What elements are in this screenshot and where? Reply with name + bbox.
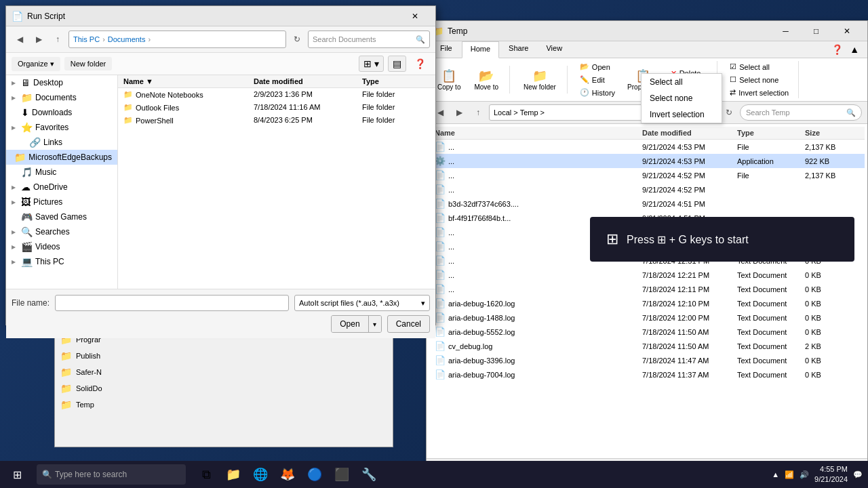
file-list-header: Name Date modified Type Size xyxy=(429,127,865,140)
open-button[interactable]: 📂 Open xyxy=(576,61,619,73)
dialog-forward-button[interactable]: ▶ xyxy=(31,31,47,47)
table-row[interactable]: ⚙️... 9/21/2024 4:53 PMApplication922 KB xyxy=(429,154,865,168)
temp-file-list[interactable]: Name Date modified Type Size 📄... 9/21/2… xyxy=(427,124,867,458)
sidebar-item-searches[interactable]: ▶ 🔍 Searches xyxy=(6,224,117,239)
ribbon-group-organize: 📋 Copy to 📂 Move to xyxy=(432,66,510,94)
task-view-icon[interactable]: ⧉ xyxy=(194,461,218,488)
sidebar-item-saved-games[interactable]: 🎮 Saved Games xyxy=(6,209,117,224)
table-row[interactable]: 📄... 7/18/2024 12:21 PMText Document0 KB xyxy=(429,268,865,282)
sidebar-item-downloads[interactable]: ⬇ Downloads xyxy=(6,105,117,120)
tab-file[interactable]: File xyxy=(432,41,460,58)
sidebar-item-favorites[interactable]: ▶ ⭐ Favorites xyxy=(6,120,117,135)
sidebar-item-onedrive[interactable]: ▶ ☁ OneDrive xyxy=(6,180,117,195)
invert-selection-menu-item[interactable]: Invert selection xyxy=(642,106,722,123)
table-row[interactable]: 📄... 9/21/2024 4:53 PMFile2,137 KB xyxy=(429,140,865,154)
open-icon: 📂 xyxy=(580,62,589,71)
dialog-close-button[interactable]: ✕ xyxy=(399,6,430,26)
sidebar-item-pictures[interactable]: ▶ 🖼 Pictures xyxy=(6,195,117,209)
sidebar-item-this-pc[interactable]: ▶ 💻 This PC xyxy=(6,254,117,269)
dialog-file-list[interactable]: Name ▼ Date modified Type 📁OneNote Noteb… xyxy=(118,75,435,289)
folder-icon: 📁 xyxy=(60,383,72,394)
table-row[interactable]: 📄aria-debug-1488.log 7/18/2024 12:00 PMT… xyxy=(429,310,865,325)
list-item[interactable]: 📁OneNote Notebooks 2/9/2023 1:36 PM File… xyxy=(118,88,435,101)
table-row[interactable]: 📄aria-debug-3396.log 7/18/2024 11:47 AMT… xyxy=(429,353,865,367)
temp-search-box[interactable]: Search Temp 🔍 xyxy=(740,104,862,121)
bg-folder-soliddo[interactable]: 📁 SolidDo xyxy=(55,380,393,396)
table-row[interactable]: 📄b3d-32df7374c663.... 9/21/2024 4:51 PM xyxy=(429,197,865,211)
tab-share[interactable]: Share xyxy=(500,41,536,58)
taskbar-search-box[interactable]: 🔍 Type here to search xyxy=(37,464,186,485)
select-none-button[interactable]: ☐ Select none xyxy=(726,74,783,85)
firefox-icon[interactable]: 🦊 xyxy=(275,461,300,488)
autoit-icon[interactable]: 🔧 xyxy=(357,461,381,488)
sidebar-item-documents[interactable]: ▶ 📁 Documents xyxy=(6,90,117,105)
dialog-back-button[interactable]: ◀ xyxy=(12,31,28,47)
start-button[interactable]: ⊞ xyxy=(0,461,34,488)
tab-home[interactable]: Home xyxy=(462,41,499,58)
list-item[interactable]: 📁Outlook Files 7/18/2024 11:16 AM File f… xyxy=(118,101,435,114)
dialog-search-box[interactable]: Search Documents 🔍 xyxy=(308,30,430,48)
select-all-button[interactable]: ☑ Select all xyxy=(726,61,774,73)
refresh-button[interactable]: ↻ xyxy=(721,104,737,121)
filename-input[interactable] xyxy=(55,295,289,311)
table-row[interactable]: 📄aria-debug-5552.log 7/18/2024 11:50 AMT… xyxy=(429,325,865,339)
table-row[interactable]: 📄cv_debug.log 7/18/2024 11:50 AMText Doc… xyxy=(429,339,865,353)
terminal-icon[interactable]: ⬛ xyxy=(330,461,354,488)
expand-ribbon-icon[interactable]: ▲ xyxy=(847,41,862,58)
taskbar-clock[interactable]: 4:55 PM 9/21/2024 xyxy=(814,464,848,485)
nav-forward-button[interactable]: ▶ xyxy=(451,104,467,121)
new-folder-button[interactable]: 📁 New folder xyxy=(518,66,561,94)
edit-button[interactable]: ✏️ Edit xyxy=(576,74,619,85)
filetype-dropdown[interactable]: AutoIt script files (*.au3, *.a3x) ▾ xyxy=(294,295,430,311)
ribbon-group-new: 📁 New folder xyxy=(518,66,568,94)
chrome-icon[interactable]: 🔵 xyxy=(302,461,327,488)
dialog-refresh-button[interactable]: ↻ xyxy=(289,31,305,47)
tab-view[interactable]: View xyxy=(538,41,570,58)
history-button[interactable]: 🕐 History xyxy=(576,87,619,98)
dialog-breadcrumb[interactable]: This PC › Documents › xyxy=(68,30,286,48)
close-button[interactable]: ✕ xyxy=(831,21,862,41)
taskbar-pinned-icons: ⧉ 📁 🌐 🦊 🔵 ⬛ 🔧 xyxy=(194,461,381,488)
dialog-new-folder-button[interactable]: New folder xyxy=(64,57,113,70)
copy-to-button[interactable]: 📋 Copy to xyxy=(432,66,466,94)
bg-folder-temp[interactable]: 📁 Temp xyxy=(55,396,393,413)
dialog-window-controls: ✕ xyxy=(399,6,430,26)
open-dropdown-arrow[interactable]: ▾ xyxy=(369,316,381,332)
nav-up-button[interactable]: ↑ xyxy=(470,104,486,121)
bg-folder-publish[interactable]: 📁 Publish xyxy=(55,348,393,364)
table-row[interactable]: 📄... 9/21/2024 4:52 PM xyxy=(429,182,865,197)
filename-label: File name: xyxy=(12,298,50,308)
maximize-button[interactable]: □ xyxy=(801,21,831,41)
help-icon[interactable]: ❓ xyxy=(410,56,430,71)
list-item[interactable]: 📁PowerShell 8/4/2023 6:25 PM File folder xyxy=(118,114,435,127)
edge-icon[interactable]: 🌐 xyxy=(248,461,273,488)
open-main-button[interactable]: Open xyxy=(332,316,368,332)
volume-icon[interactable]: 🔊 xyxy=(800,470,809,479)
select-none-menu-item[interactable]: Select none xyxy=(642,90,722,106)
help-icon[interactable]: ❓ xyxy=(829,41,846,58)
dialog-up-button[interactable]: ↑ xyxy=(50,31,66,47)
cancel-button[interactable]: Cancel xyxy=(387,315,430,333)
preview-pane-icon[interactable]: ▤ xyxy=(388,56,406,72)
bg-folder-safer[interactable]: 📁 Safer-N xyxy=(55,364,393,380)
invert-selection-button[interactable]: ⇄ Invert selection xyxy=(726,87,793,98)
sidebar-item-desktop[interactable]: ▶ 🖥 Desktop xyxy=(6,75,117,90)
table-row[interactable]: 📄... 7/18/2024 12:11 PMText Document0 KB xyxy=(429,282,865,296)
open-button-group[interactable]: Open ▾ xyxy=(331,315,381,333)
sidebar-item-videos[interactable]: ▶ 🎬 Videos xyxy=(6,239,117,254)
notification-icon[interactable]: 💬 xyxy=(853,470,863,479)
minimize-button[interactable]: ─ xyxy=(770,21,801,41)
table-row[interactable]: 📄aria-debug-1620.log 7/18/2024 12:10 PMT… xyxy=(429,296,865,310)
table-row[interactable]: 📄aria-debug-7004.log 7/18/2024 11:37 AMT… xyxy=(429,367,865,382)
history-icon: 🕐 xyxy=(580,88,589,97)
dialog-organize-button[interactable]: Organize ▾ xyxy=(12,57,60,71)
view-toggle-icon[interactable]: ⊞ ▾ xyxy=(359,56,384,72)
file-explorer-icon[interactable]: 📁 xyxy=(221,461,245,488)
sidebar-item-music[interactable]: 🎵 Music xyxy=(6,165,117,180)
select-all-menu-item[interactable]: Select all xyxy=(642,74,722,90)
move-to-button[interactable]: 📂 Move to xyxy=(469,66,504,94)
sidebar-item-edge-backups[interactable]: 📁 MicrosoftEdgeBackups xyxy=(6,150,117,165)
table-row[interactable]: 📄... 9/21/2024 4:52 PMFile2,137 KB xyxy=(429,168,865,182)
sidebar-item-links[interactable]: 🔗 Links xyxy=(6,135,117,150)
network-icon[interactable]: 📶 xyxy=(785,470,794,479)
